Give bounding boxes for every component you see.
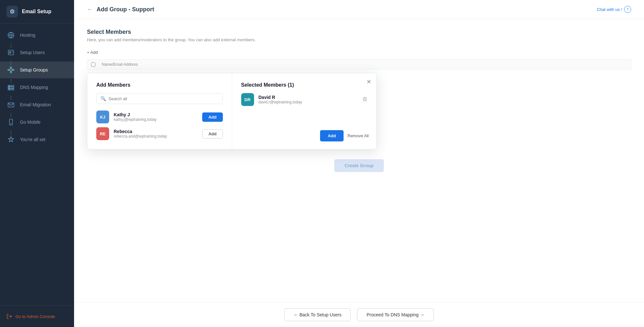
chat-with-us-link[interactable]: Chat with us ! ? — [597, 6, 631, 13]
page-title: Add Group - Support — [97, 6, 154, 13]
create-group-button[interactable]: Create Group — [334, 159, 384, 172]
go-mobile-icon — [6, 118, 15, 127]
create-group-area: Create Group — [87, 159, 631, 172]
app-logo-icon: ⚙ — [6, 6, 18, 17]
search-icon: 🔍 — [100, 96, 106, 101]
sidebar-nav: Hosting Setup Users — [0, 24, 74, 305]
back-to-setup-users-button[interactable]: ← Back To Setup Users — [284, 308, 351, 321]
member-info: Kathy J kathy.j@wptraining.today — [114, 112, 198, 122]
select-all-checkbox[interactable] — [91, 63, 95, 67]
search-input[interactable] — [109, 96, 219, 101]
setup-users-label: Setup Users — [20, 50, 45, 55]
member-list: KJ Kathy J kathy.j@wptraining.today Add … — [96, 111, 223, 140]
chat-help-icon: ? — [624, 6, 631, 13]
modal-right-footer: Add Remove All — [320, 130, 369, 141]
svg-point-6 — [10, 67, 12, 68]
section-title: Select Members — [87, 29, 631, 35]
sidebar-item-go-mobile[interactable]: Go Mobile — [0, 114, 74, 130]
member-name: Kathy J — [114, 112, 198, 117]
topbar-left: ← Add Group - Support — [87, 6, 154, 13]
admin-console-button[interactable]: Go to Admin Console — [6, 311, 68, 322]
member-email: david.r@wptraining.today — [259, 100, 358, 104]
modal-left-panel: Add Members 🔍 KJ Kathy J kathy.j@wptrain… — [87, 73, 232, 149]
chat-link-text: Chat with us ! — [597, 7, 622, 12]
add-all-button[interactable]: Add — [320, 130, 344, 141]
list-item: KJ Kathy J kathy.j@wptraining.today Add — [96, 111, 223, 123]
svg-rect-14 — [8, 103, 14, 107]
svg-point-7 — [10, 72, 12, 73]
sidebar-item-hosting[interactable]: Hosting — [0, 27, 74, 43]
sidebar-item-setup-groups[interactable]: Setup Groups — [0, 62, 74, 78]
member-info: Rebecca rebecca.and@wptraining.today — [114, 129, 198, 139]
remove-all-button[interactable]: Remove All — [347, 133, 369, 138]
proceed-to-dns-mapping-button[interactable]: Proceed To DNS Mapping → — [357, 308, 434, 321]
search-box: 🔍 — [96, 93, 223, 104]
add-members-title: Add Members — [96, 82, 223, 88]
member-info: David R david.r@wptraining.today — [259, 95, 358, 104]
setup-groups-icon — [6, 65, 15, 74]
add-rebecca-button[interactable]: Add — [202, 129, 223, 139]
sidebar: ⚙ Email Setup Hosting — [0, 0, 74, 327]
main-content: ← Add Group - Support Chat with us ! ? S… — [74, 0, 644, 327]
svg-point-11 — [9, 86, 9, 86]
svg-point-2 — [9, 51, 11, 53]
add-row-button[interactable]: + Add — [87, 50, 631, 55]
back-arrow-icon[interactable]: ← — [87, 6, 93, 13]
list-item: RE Rebecca rebecca.and@wptraining.today … — [96, 127, 223, 140]
member-email: rebecca.and@wptraining.today — [114, 134, 198, 139]
delete-member-icon[interactable] — [362, 97, 367, 103]
dns-mapping-label: DNS Mapping — [20, 85, 48, 90]
hosting-label: Hosting — [20, 33, 35, 38]
app-title: Email Setup — [22, 9, 52, 14]
avatar: RE — [96, 127, 109, 140]
svg-point-3 — [10, 69, 12, 71]
hosting-icon — [6, 31, 15, 40]
svg-point-13 — [9, 89, 9, 90]
svg-point-5 — [13, 69, 14, 71]
selected-member-item: DR David R david.r@wptraining.today — [241, 93, 368, 106]
email-migration-icon — [6, 100, 15, 109]
sidebar-header: ⚙ Email Setup — [0, 0, 74, 24]
add-row-label: + Add — [87, 50, 98, 55]
content-area: Select Members Here, you can add members… — [74, 19, 644, 302]
section-desc: Here, you can add members/moderators to … — [87, 37, 631, 42]
sidebar-footer: Go to Admin Console — [0, 305, 74, 327]
member-name: David R — [259, 95, 358, 100]
avatar: KJ — [96, 111, 109, 123]
table-col-name: Name/Email Address — [102, 62, 138, 67]
all-set-icon — [6, 135, 15, 144]
add-kathy-button[interactable]: Add — [202, 112, 223, 122]
dns-mapping-icon — [6, 83, 15, 92]
modal-right-panel: ✕ Selected Members (1) DR David R david.… — [232, 73, 377, 149]
svg-point-16 — [11, 124, 11, 124]
email-migration-label: Email Migration — [20, 102, 51, 107]
setup-users-icon — [6, 48, 15, 57]
svg-point-12 — [9, 87, 9, 88]
add-members-modal: Add Members 🔍 KJ Kathy J kathy.j@wptrain… — [87, 73, 377, 149]
close-modal-button[interactable]: ✕ — [366, 78, 371, 85]
member-name: Rebecca — [114, 129, 198, 134]
admin-console-label: Go to Admin Console — [15, 314, 55, 319]
sidebar-item-email-migration[interactable]: Email Migration — [0, 96, 74, 113]
avatar: DR — [241, 93, 254, 106]
sidebar-item-dns-mapping[interactable]: DNS Mapping — [0, 79, 74, 96]
sidebar-item-all-set[interactable]: You're all set — [0, 131, 74, 148]
go-mobile-label: Go Mobile — [20, 120, 41, 125]
topbar: ← Add Group - Support Chat with us ! ? — [74, 0, 644, 19]
selected-members-title: Selected Members (1) — [241, 82, 368, 88]
member-email: kathy.j@wptraining.today — [114, 117, 198, 122]
sidebar-item-setup-users[interactable]: Setup Users — [0, 44, 74, 61]
footer: ← Back To Setup Users Proceed To DNS Map… — [74, 302, 644, 327]
modal-overlay: Add Members 🔍 KJ Kathy J kathy.j@wptrain… — [87, 73, 631, 149]
table-header: Name/Email Address — [87, 59, 631, 70]
all-set-label: You're all set — [20, 137, 45, 142]
svg-point-4 — [8, 69, 9, 71]
svg-rect-1 — [8, 50, 14, 55]
setup-groups-label: Setup Groups — [20, 67, 48, 72]
